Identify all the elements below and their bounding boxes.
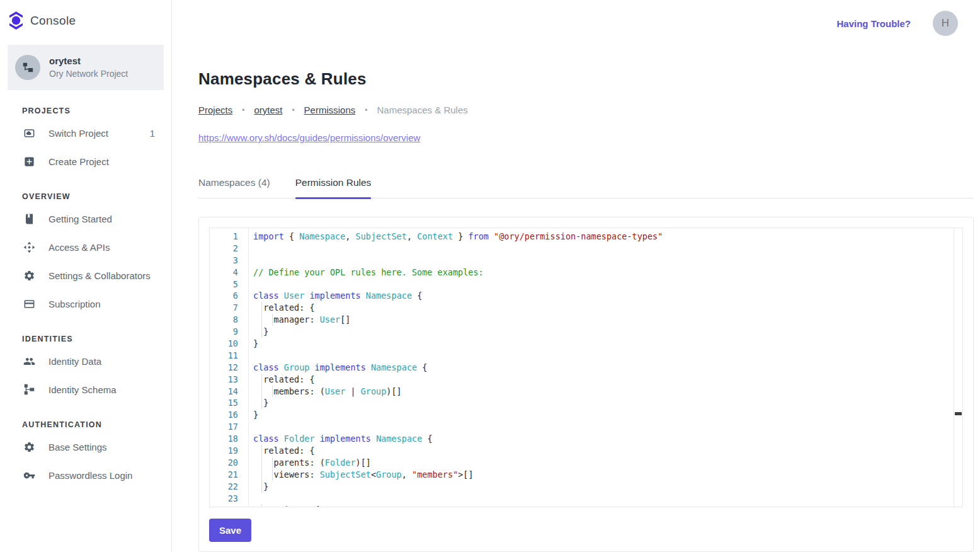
line-number: 19 (210, 445, 248, 457)
code-line: 5 (210, 279, 962, 290)
project-avatar-icon (15, 55, 40, 80)
sidebar-nav: PROJECTSSwitch Project1Create ProjectOVE… (0, 106, 171, 490)
sidebar-item-label: Passwordless Login (48, 470, 155, 481)
line-number: 16 (210, 409, 248, 421)
code-line: 14 members: (User | Group)[] (210, 386, 962, 398)
line-number: 15 (210, 397, 248, 409)
line-content: permits = { (248, 504, 962, 507)
code-line: 12class Group implements Namespace { (210, 362, 962, 374)
line-number: 6 (210, 290, 248, 302)
sidebar-item-label: Settings & Collaborators (48, 270, 155, 281)
permission-rules-panel: 1import { Namespace, SubjectSet, Context… (198, 217, 974, 552)
line-content: related: { (248, 302, 962, 314)
code-line: 13 related: { (210, 374, 962, 386)
code-line: 3 (210, 255, 962, 267)
nav-section-label: AUTHENTICATION (0, 420, 171, 433)
line-number: 11 (210, 350, 248, 362)
line-number: 10 (210, 338, 248, 350)
tab-namespaces-4-[interactable]: Namespaces (4) (198, 177, 270, 198)
tab-permission-rules[interactable]: Permission Rules (295, 177, 372, 198)
nav-section-authentication: AUTHENTICATIONBase SettingsPasswordless … (0, 420, 171, 490)
sidebar-item-base-settings[interactable]: Base Settings (0, 433, 171, 461)
code-line: 24 permits = { (210, 504, 962, 507)
sidebar-item-switch-project[interactable]: Switch Project1 (0, 119, 171, 147)
sidebar-item-access-apis[interactable]: Access & APIs (0, 233, 171, 262)
line-content: } (248, 397, 962, 409)
code-line: 9 } (210, 326, 962, 338)
user-avatar[interactable]: H (933, 11, 958, 36)
plus-square-icon (23, 156, 35, 168)
line-number: 21 (210, 469, 248, 481)
breadcrumb-current: Namespaces & Rules (377, 105, 468, 115)
breadcrumb-link-permissions[interactable]: Permissions (304, 105, 356, 115)
brand-name: Console (30, 14, 76, 28)
sidebar-item-create-project[interactable]: Create Project (0, 147, 171, 176)
line-content: class User implements Namespace { (248, 290, 962, 302)
code-line: 6class User implements Namespace { (210, 290, 962, 302)
breadcrumb-separator: • (365, 106, 367, 115)
line-number: 17 (210, 421, 248, 433)
line-content: } (248, 338, 962, 350)
sidebar-item-settings-collaborators[interactable]: Settings & Collaborators (0, 262, 171, 290)
line-content: parents: (Folder)[] (248, 457, 962, 469)
having-trouble-link[interactable]: Having Trouble? (836, 18, 911, 29)
line-number: 1 (210, 231, 248, 243)
code-line: 4// Define your OPL rules here. Some exa… (210, 267, 962, 279)
code-line: 19 related: { (210, 445, 962, 457)
indent-guide (261, 326, 262, 338)
gear-icon (23, 441, 35, 453)
breadcrumb-separator: • (292, 106, 294, 115)
indent-guide (272, 457, 273, 469)
nav-section-projects: PROJECTSSwitch Project1Create Project (0, 106, 171, 176)
nav-section-label: OVERVIEW (0, 192, 171, 205)
indent-guide (272, 469, 273, 481)
line-content: related: { (248, 374, 962, 386)
line-number: 9 (210, 326, 248, 338)
scrollbar-thumb[interactable] (955, 412, 962, 415)
indent-guide (261, 457, 262, 469)
indent-guide (261, 504, 262, 507)
line-content: class Group implements Namespace { (248, 362, 962, 374)
current-project-card[interactable]: orytest Ory Network Project (8, 45, 164, 90)
code-line: 23 (210, 493, 962, 505)
code-line: 1import { Namespace, SubjectSet, Context… (210, 231, 962, 243)
sidebar-item-label: Identity Data (48, 356, 155, 367)
app-window: Console orytest Ory Network Project PROJ… (0, 0, 980, 552)
sidebar-item-getting-started[interactable]: Getting Started (0, 205, 171, 233)
indent-guide (261, 397, 262, 409)
sidebar-item-label: Access & APIs (48, 242, 155, 253)
line-content: related: { (248, 445, 962, 457)
sidebar-item-subscription[interactable]: Subscription (0, 290, 171, 318)
nav-section-label: IDENTITIES (0, 335, 171, 347)
sidebar-item-identity-data[interactable]: Identity Data (0, 347, 171, 376)
save-button[interactable]: Save (209, 519, 251, 542)
sidebar-item-label: Subscription (48, 299, 155, 309)
page-title: Namespaces & Rules (198, 69, 974, 89)
key-icon (23, 469, 35, 481)
ory-logo-icon (9, 11, 23, 30)
code-editor[interactable]: 1import { Namespace, SubjectSet, Context… (209, 227, 963, 507)
sidebar-item-label: Identity Schema (48, 384, 155, 395)
line-number: 12 (210, 362, 248, 374)
schema-icon (23, 384, 35, 396)
sidebar-item-label: Create Project (48, 156, 155, 167)
indent-guide (272, 386, 273, 398)
tab-bar: Namespaces (4)Permission Rules (198, 177, 974, 198)
breadcrumb-link-orytest[interactable]: orytest (254, 105, 282, 115)
sidebar-item-passwordless-login[interactable]: Passwordless Login (0, 461, 171, 490)
code-line: 21 viewers: SubjectSet<Group, "members">… (210, 469, 962, 481)
breadcrumb-link-projects[interactable]: Projects (198, 105, 232, 115)
main-content: Having Trouble? H Namespaces & Rules Pro… (172, 0, 980, 552)
cloud-project-icon (23, 127, 35, 139)
book-icon (23, 213, 35, 225)
indent-guide (261, 374, 262, 386)
sidebar-item-identity-schema[interactable]: Identity Schema (0, 376, 171, 404)
credit-card-icon (23, 298, 35, 310)
line-number: 22 (210, 481, 248, 493)
line-number: 24 (210, 504, 248, 507)
breadcrumb: Projects•orytest•Permissions•Namespaces … (198, 105, 974, 115)
line-number: 7 (210, 302, 248, 314)
line-content: } (248, 409, 962, 421)
docs-link[interactable]: https://www.ory.sh/docs/guides/permissio… (198, 132, 420, 143)
brand-logo-row[interactable]: Console (0, 0, 171, 37)
